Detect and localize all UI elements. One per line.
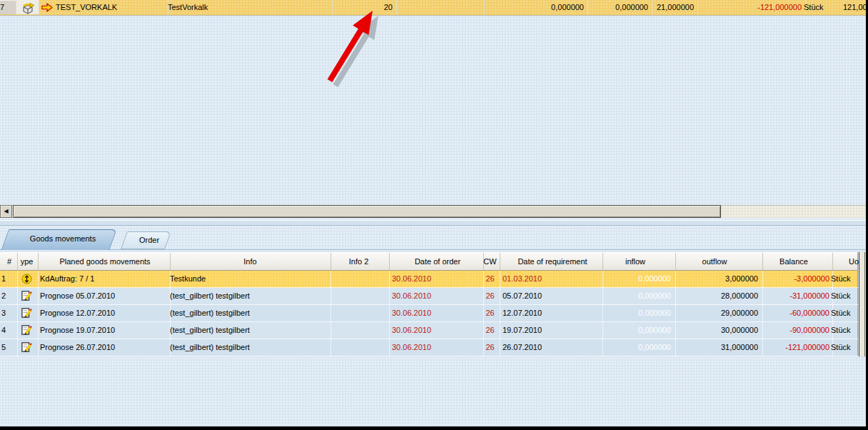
- info2-cell: [328, 305, 390, 322]
- date-of-requirement: 05.07.2010: [500, 288, 603, 305]
- production-order-cube-icon: [16, 0, 39, 14]
- info-cell: Testkunde: [168, 271, 331, 288]
- table-row[interactable]: 1 KdAuftrag: 7 / 1 Testkunde 30.06.2010 …: [0, 271, 857, 288]
- date-of-requirement: 01.03.2010: [500, 271, 603, 288]
- cw-cell: 26: [480, 339, 500, 356]
- header-outflow[interactable]: outflow: [671, 253, 763, 270]
- inflow-cell: 0,000000: [600, 288, 676, 305]
- tab-order[interactable]: Order: [127, 231, 171, 249]
- table-row[interactable]: 2 Prognose 05.07.2010 (test_gilbert) tes…: [0, 288, 857, 305]
- balance-cell: -121,000000: [694, 0, 806, 14]
- row-header-cell[interactable]: 7: [0, 0, 16, 14]
- balance-cell: -121,000000: [758, 339, 833, 356]
- planned-movement: KdAuftrag: 7 / 1: [38, 271, 171, 288]
- cw-cell: 26: [480, 271, 500, 288]
- table-row[interactable]: 5 Prognose 26.07.2010 (test_gilbert) tes…: [0, 339, 857, 356]
- material-name: TEST_VORKALK: [56, 3, 117, 11]
- table-header-row: # ype Planed goods movements Info Info 2…: [0, 252, 857, 271]
- pane-splitter[interactable]: [0, 220, 868, 226]
- header-info2[interactable]: Info 2: [328, 253, 390, 270]
- inflow-cell: 0,000000: [600, 339, 676, 356]
- table-row[interactable]: 3 Prognose 12.07.2010 (test_gilbert) tes…: [0, 305, 857, 322]
- inflow-cell: 0,000000: [600, 305, 676, 322]
- outflow-cell: 3,000000: [671, 271, 763, 288]
- value2-cell: 0,000000: [584, 0, 652, 14]
- planned-movement: Prognose 19.07.2010: [38, 322, 171, 339]
- table-row[interactable]: 4 Prognose 19.07.2010 (test_gilbert) tes…: [0, 322, 857, 339]
- red-annotation-arrow-icon: [307, 4, 400, 96]
- info2-cell: [328, 288, 390, 305]
- info-cell: (test_gilbert) testgilbert: [168, 305, 331, 322]
- top-grid-selected-row[interactable]: 7 TEST_VORKALK TestVorkalk 20 0,000000 0…: [0, 0, 868, 16]
- info-cell: (test_gilbert) testgilbert: [168, 288, 331, 305]
- uom-cell: Stück: [829, 288, 859, 305]
- info2-cell: [328, 339, 390, 356]
- tab-label: Order: [127, 231, 171, 249]
- date-of-order: 30.06.2010: [389, 339, 484, 356]
- header-inflow[interactable]: inflow: [600, 253, 676, 270]
- header-planned-goods-movements[interactable]: Planed goods movements: [38, 253, 171, 270]
- uom-cell: Stück: [829, 305, 859, 322]
- outflow-cell: 28,000000: [671, 288, 763, 305]
- header-cw[interactable]: CW: [480, 253, 500, 270]
- vertical-scrollbar[interactable]: [859, 252, 865, 356]
- horizontal-scrollbar[interactable]: ◀: [0, 205, 868, 218]
- tab-label: Goods movements: [9, 229, 117, 250]
- value1-cell: 0,000000: [484, 0, 588, 14]
- forecast-edit-icon: [16, 305, 39, 322]
- value4-cell-clipped: 121,0000: [841, 0, 868, 14]
- inflow-cell: 0,000000: [600, 271, 676, 288]
- header-type[interactable]: ype: [16, 253, 39, 270]
- tabstrip-baseline: [0, 249, 868, 250]
- info-cell: (test_gilbert) testgilbert: [168, 322, 331, 339]
- balance-cell: -3,000000: [758, 271, 833, 288]
- planned-movement: Prognose 12.07.2010: [38, 305, 171, 322]
- uom-cell: Stück: [829, 339, 859, 356]
- inflow-cell: 0,000000: [600, 322, 676, 339]
- date-of-order: 30.06.2010: [389, 322, 484, 339]
- sap-planning-window: 7 TEST_VORKALK TestVorkalk 20 0,000000 0…: [0, 0, 868, 430]
- cw-cell: 26: [480, 288, 500, 305]
- cw-cell: 26: [480, 322, 500, 339]
- date-of-requirement: 12.07.2010: [500, 305, 603, 322]
- uom-cell: Stück: [829, 271, 859, 288]
- outflow-cell: 30,000000: [671, 322, 763, 339]
- header-date-of-requirement[interactable]: Date of requirement: [500, 253, 603, 270]
- date-of-requirement: 19.07.2010: [500, 322, 603, 339]
- value3-cell: 21,000000: [648, 0, 698, 14]
- planned-movement: Prognose 26.07.2010: [38, 339, 171, 356]
- balance-cell: -60,000000: [758, 305, 833, 322]
- balance-cell: -90,000000: [758, 322, 833, 339]
- balance-cell: -31,000000: [758, 288, 833, 305]
- material-name-cell[interactable]: TEST_VORKALK: [39, 0, 168, 14]
- header-info[interactable]: Info: [168, 253, 331, 270]
- date-of-order: 30.06.2010: [389, 271, 484, 288]
- header-date-of-order[interactable]: Date of order: [389, 253, 484, 270]
- material-description-cell: TestVorkalk: [166, 0, 333, 14]
- uom-cell: Stück: [829, 322, 859, 339]
- outflow-cell: 29,000000: [671, 305, 763, 322]
- forecast-edit-icon: [16, 339, 39, 356]
- empty-cell: [393, 0, 485, 14]
- scroll-left-arrow-icon[interactable]: ◀: [0, 205, 12, 218]
- info-cell: (test_gilbert) testgilbert: [168, 339, 331, 356]
- forecast-edit-icon: [16, 288, 39, 305]
- date-of-requirement: 26.07.2010: [500, 339, 603, 356]
- header-balance[interactable]: Balance: [758, 253, 833, 270]
- forecast-edit-icon: [16, 322, 39, 339]
- tab-goods-movements[interactable]: Goods movements: [9, 229, 117, 250]
- date-of-order: 30.06.2010: [389, 288, 484, 305]
- sales-order-icon: [16, 271, 39, 288]
- outflow-cell: 31,000000: [671, 339, 763, 356]
- planned-movement: Prognose 05.07.2010: [38, 288, 171, 305]
- info2-cell: [328, 322, 390, 339]
- horizontal-scrollbar-thumb[interactable]: [13, 205, 721, 218]
- goods-movements-table: # ype Planed goods movements Info Info 2…: [0, 252, 858, 356]
- date-of-order: 30.06.2010: [389, 305, 484, 322]
- quantity-cell: 20: [330, 0, 397, 14]
- info2-cell: [328, 271, 390, 288]
- cw-cell: 26: [480, 305, 500, 322]
- unit-cell: Stück: [802, 0, 844, 14]
- goto-arrow-icon: [41, 3, 53, 12]
